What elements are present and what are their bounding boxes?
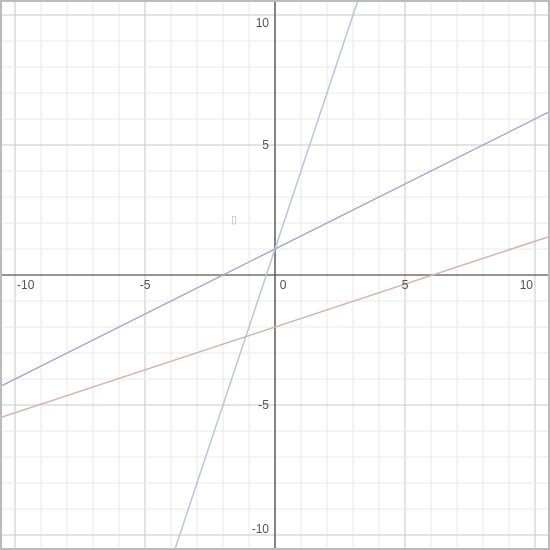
x-tick-10: 10: [520, 278, 534, 292]
x-tick-neg5: -5: [140, 278, 151, 292]
y-tick-neg5: -5: [258, 398, 269, 412]
chart-container: -10 -5 0 5 10 10 5 -5 -10 ▯: [0, 0, 550, 550]
marker-icon: ▯: [231, 213, 237, 225]
y-tick-5: 5: [262, 138, 269, 152]
axes-layer: [2, 2, 548, 548]
x-tick-neg10: -10: [17, 278, 35, 292]
y-tick-neg10: -10: [252, 522, 270, 536]
x-tick-5: 5: [402, 278, 409, 292]
y-tick-10: 10: [256, 16, 270, 30]
chart-plot[interactable]: -10 -5 0 5 10 10 5 -5 -10 ▯: [2, 2, 548, 548]
x-tick-0: 0: [280, 278, 287, 292]
